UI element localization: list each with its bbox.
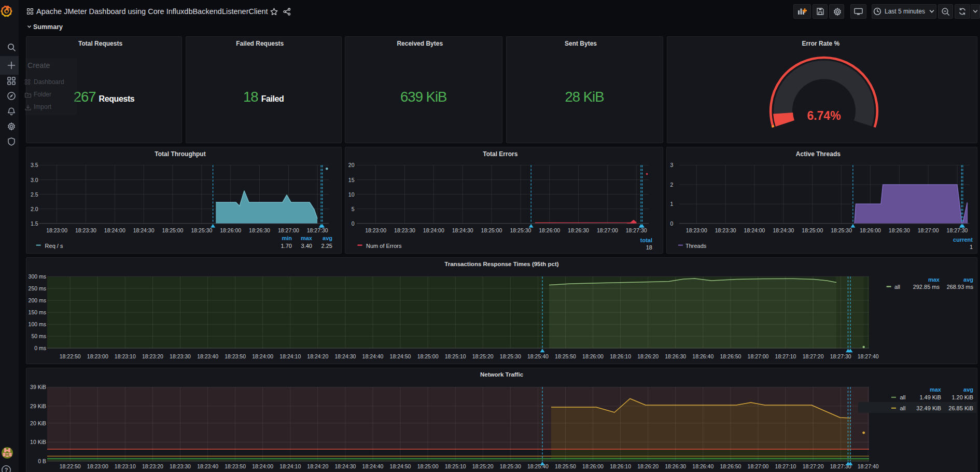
svg-text:?: ? [5, 467, 8, 472]
